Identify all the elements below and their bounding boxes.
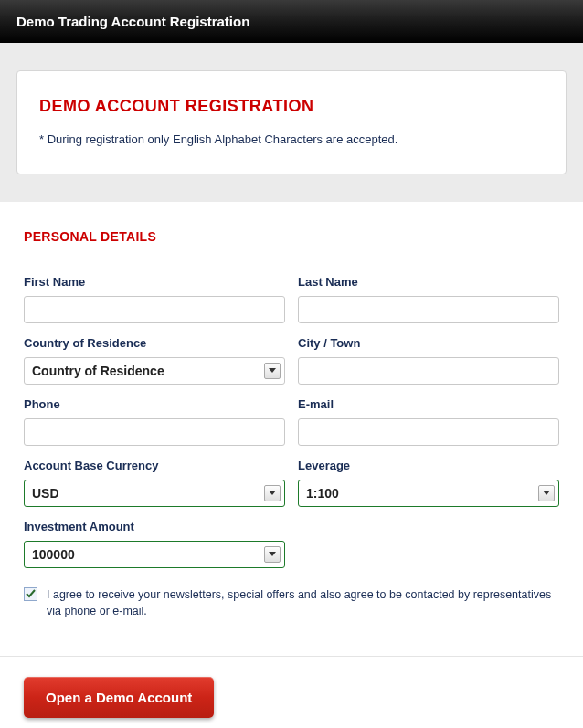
input-city[interactable] — [298, 357, 559, 385]
open-demo-account-button[interactable]: Open a Demo Account — [24, 677, 214, 718]
intro-box: DEMO ACCOUNT REGISTRATION * During regis… — [16, 70, 567, 174]
select-leverage[interactable]: 1:100 — [298, 480, 559, 507]
label-country: Country of Residence — [24, 336, 285, 350]
section-personal-details: PERSONAL DETAILS — [24, 229, 559, 244]
field-email: E-mail — [298, 397, 559, 446]
label-city: City / Town — [298, 336, 559, 350]
select-country[interactable]: Country of Residence — [24, 357, 285, 385]
intro-note: * During registration only English Alpha… — [39, 132, 544, 146]
footer: Open a Demo Account — [0, 656, 583, 728]
select-investment[interactable]: 100000 — [24, 541, 285, 568]
chevron-down-icon — [538, 485, 555, 501]
label-phone: Phone — [24, 397, 285, 411]
consent-row: I agree to receive your newsletters, spe… — [24, 586, 559, 628]
chevron-down-icon — [264, 363, 281, 379]
registration-window: Demo Trading Account Registration DEMO A… — [0, 0, 583, 728]
select-investment-value: 100000 — [32, 547, 75, 562]
input-first-name[interactable] — [24, 296, 285, 323]
chevron-down-icon — [264, 485, 281, 501]
field-leverage: Leverage 1:100 — [298, 459, 559, 507]
field-currency: Account Base Currency USD — [24, 459, 285, 507]
label-last-name: Last Name — [298, 275, 559, 289]
field-investment: Investment Amount 100000 — [24, 520, 285, 568]
window-title: Demo Trading Account Registration — [0, 0, 583, 43]
input-last-name[interactable] — [298, 296, 559, 323]
input-email[interactable] — [298, 418, 559, 446]
label-leverage: Leverage — [298, 459, 559, 472]
consent-checkbox[interactable] — [24, 587, 37, 601]
label-investment: Investment Amount — [24, 520, 285, 533]
chevron-down-icon — [264, 546, 281, 563]
intro-block: DEMO ACCOUNT REGISTRATION * During regis… — [0, 43, 583, 202]
consent-text: I agree to receive your newsletters, spe… — [47, 586, 559, 619]
field-first-name: First Name — [24, 275, 285, 323]
intro-heading: DEMO ACCOUNT REGISTRATION — [39, 97, 544, 116]
label-currency: Account Base Currency — [24, 459, 285, 472]
spacer — [298, 520, 559, 568]
select-currency-value: USD — [32, 486, 59, 501]
label-email: E-mail — [298, 397, 559, 411]
input-phone[interactable] — [24, 418, 285, 446]
label-first-name: First Name — [24, 275, 285, 289]
select-leverage-value: 1:100 — [306, 486, 339, 501]
select-country-value: Country of Residence — [32, 364, 164, 378]
field-country: Country of Residence Country of Residenc… — [24, 336, 285, 385]
select-currency[interactable]: USD — [24, 480, 285, 507]
field-phone: Phone — [24, 397, 285, 446]
field-last-name: Last Name — [298, 275, 559, 323]
form-area: PERSONAL DETAILS First Name Last Name Co… — [0, 202, 583, 656]
field-city: City / Town — [298, 336, 559, 385]
